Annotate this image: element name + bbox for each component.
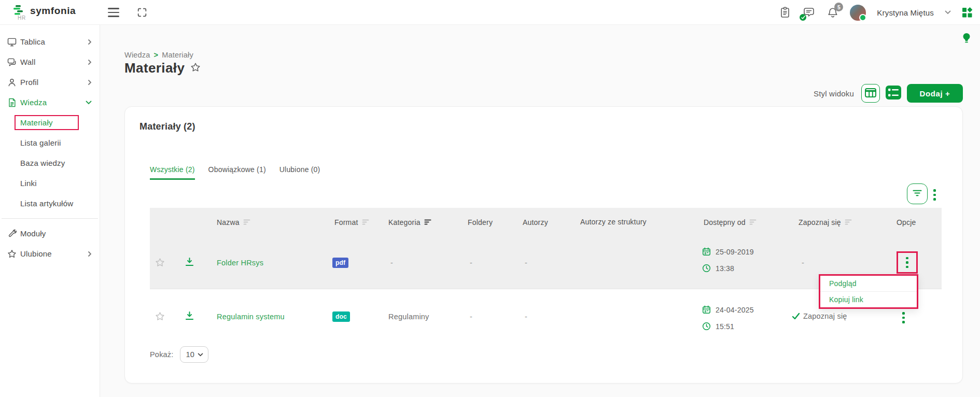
- tabs: Wszystkie (2) Obowiązkowe (1) Ulubione (…: [150, 165, 320, 180]
- calendar-icon: [702, 305, 711, 315]
- person-icon: [7, 77, 17, 88]
- download-icon[interactable]: [184, 310, 195, 323]
- sidebar-item-ulubione[interactable]: Ulubione: [0, 244, 100, 264]
- sidebar-item-profil[interactable]: Profil: [0, 72, 100, 92]
- messages-check-badge: [800, 14, 806, 21]
- chevron-right-icon: [88, 59, 92, 65]
- material-name-link[interactable]: Regulamin systemu: [217, 313, 285, 321]
- zapoznaj-text: Zapoznaj się: [803, 312, 847, 320]
- cell-zapoznaj: -: [802, 259, 804, 267]
- header-format[interactable]: Format: [334, 208, 369, 236]
- user-name[interactable]: Krystyna Miętus: [877, 8, 934, 17]
- main-content: Wiedza > Materiały Materiały Styl widoku: [100, 25, 980, 397]
- fullscreen-icon[interactable]: [136, 6, 148, 19]
- row-favorite-star-icon[interactable]: [155, 311, 165, 323]
- topbar-actions: 5 Krystyna Miętus: [779, 0, 973, 25]
- context-menu-podglad[interactable]: Podgląd: [820, 276, 917, 291]
- sort-icon: [243, 219, 250, 225]
- cell-foldery: -: [470, 313, 472, 321]
- header-label: Foldery: [468, 218, 493, 226]
- header-label: Opcje: [897, 218, 916, 226]
- filter-button[interactable]: [907, 183, 928, 204]
- clock-icon: [702, 321, 711, 331]
- tab-wszystkie[interactable]: Wszystkie (2): [150, 165, 195, 180]
- time-text: 15:51: [716, 322, 734, 331]
- sidebar-subitem-materialy[interactable]: Materiały: [0, 112, 100, 133]
- available-time: 13:38: [702, 263, 734, 273]
- filter-icon: [913, 190, 922, 198]
- chevron-right-icon: [88, 251, 92, 257]
- header-nazwa[interactable]: Nazwa: [217, 208, 250, 236]
- breadcrumb-separator: >: [154, 51, 159, 59]
- clipboard-icon[interactable]: [779, 6, 791, 19]
- page-favorite-star-icon[interactable]: [190, 62, 201, 75]
- sidebar-item-moduly[interactable]: Moduły: [0, 223, 100, 244]
- page-size-select[interactable]: 10: [180, 346, 208, 363]
- messages-icon[interactable]: [802, 6, 816, 19]
- help-lightbulb-icon[interactable]: [962, 32, 971, 45]
- wrench-icon: [7, 229, 17, 239]
- chevron-down-icon: [198, 353, 203, 357]
- notifications-bell-icon[interactable]: 5: [827, 6, 839, 19]
- row-kebab-menu[interactable]: [901, 310, 906, 325]
- header-label: Kategoria: [388, 218, 421, 226]
- materials-card: Materiały (2) Wszystkie (2) Obowiązkowe …: [124, 106, 963, 384]
- card-kebab-menu[interactable]: [932, 188, 937, 202]
- hamburger-menu-icon[interactable]: [107, 6, 120, 19]
- header-dostepny-od[interactable]: Dostępny od: [704, 208, 757, 236]
- sidebar-item-wiedza[interactable]: Wiedza: [0, 92, 100, 112]
- available-date: 24-04-2025: [702, 305, 754, 315]
- sidebar-subitem-linki[interactable]: Linki: [0, 173, 100, 193]
- cell-autorzy: -: [525, 313, 527, 321]
- header-label: Zapoznaj się: [799, 218, 841, 226]
- sidebar-label: Tablica: [20, 37, 45, 46]
- material-name-link[interactable]: Folder HRsys: [217, 259, 263, 267]
- list-view-toggle[interactable]: [885, 85, 902, 102]
- header-foldery: Foldery: [468, 208, 493, 236]
- pagination: Pokaż: 10: [150, 346, 208, 363]
- sidebar-label: Wall: [20, 58, 35, 66]
- header-label: Autorzy: [523, 218, 548, 226]
- table-view-toggle[interactable]: [861, 84, 880, 103]
- sidebar-sublabel: Baza wiedzy: [20, 159, 65, 167]
- sidebar-item-wall[interactable]: Wall: [0, 52, 100, 72]
- breadcrumb-current: Materiały: [162, 51, 193, 59]
- sidebar-divider: [2, 218, 98, 219]
- page-size-value: 10: [186, 350, 195, 359]
- page-title-row: Materiały: [124, 60, 201, 76]
- sidebar-subitem-baza-wiedzy[interactable]: Baza wiedzy: [0, 153, 100, 173]
- download-icon[interactable]: [184, 257, 195, 269]
- add-button[interactable]: Dodaj +: [907, 84, 963, 103]
- header-zapoznaj-sie[interactable]: Zapoznaj się: [799, 208, 852, 236]
- monitor-icon: [7, 37, 17, 47]
- time-text: 13:38: [716, 264, 734, 273]
- sidebar-sublabel: Lista galerii: [20, 138, 61, 147]
- sort-icon: [749, 219, 757, 225]
- sidebar-item-tablica[interactable]: Tablica: [0, 32, 100, 52]
- brand-sub-label: HR: [18, 15, 26, 21]
- row-favorite-star-icon[interactable]: [155, 257, 165, 270]
- sidebar-sublabel: Linki: [20, 179, 37, 188]
- sidebar-subitem-lista-galerii[interactable]: Lista galerii: [0, 133, 100, 153]
- apps-grid-icon[interactable]: [962, 7, 973, 18]
- tab-obowiazkowe[interactable]: Obowiązkowe (1): [208, 165, 266, 180]
- breadcrumb-parent[interactable]: Wiedza: [124, 51, 150, 59]
- zapoznaj-confirmed[interactable]: Zapoznaj się: [792, 312, 847, 320]
- context-menu-kopiuj-link[interactable]: Kopiuj link: [820, 291, 917, 307]
- page-size-label: Pokaż:: [150, 350, 174, 359]
- header-kategoria[interactable]: Kategoria: [388, 208, 431, 236]
- sidebar-subitem-lista-artykulow[interactable]: Lista artykułów: [0, 193, 100, 214]
- sidebar-label: Ulubione: [20, 249, 52, 258]
- topbar: symfonia HR: [0, 0, 980, 25]
- header-label: Autorzy ze struktury: [580, 217, 647, 227]
- format-badge: pdf: [332, 258, 348, 268]
- user-menu-chevron-down-icon[interactable]: [945, 10, 951, 15]
- tab-ulubione[interactable]: Ulubione (0): [279, 165, 320, 180]
- header-label: Format: [334, 218, 358, 226]
- annotation-box-kebab: [897, 251, 918, 274]
- header-label: Dostępny od: [704, 218, 746, 226]
- avatar[interactable]: [850, 5, 866, 21]
- date-text: 24-04-2025: [716, 306, 754, 314]
- header-label: Nazwa: [217, 218, 240, 226]
- row-kebab-menu[interactable]: [904, 256, 910, 270]
